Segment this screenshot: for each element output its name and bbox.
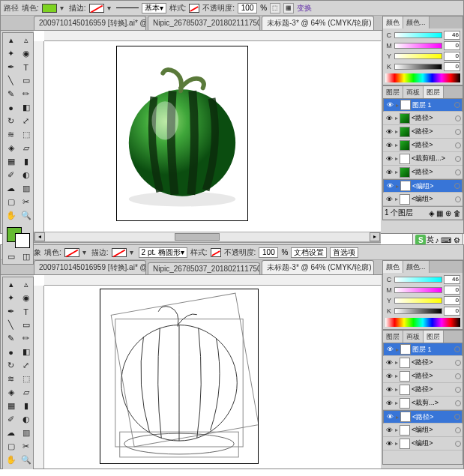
expand-icon[interactable]: ▸: [395, 386, 398, 393]
layer-row[interactable]: 👁▸<裁剪组...>: [383, 152, 463, 166]
artboard[interactable]: [116, 46, 248, 221]
visibility-icon[interactable]: 👁: [385, 127, 394, 136]
layer-row[interactable]: 👁▸<路径>: [383, 370, 463, 383]
layer-name[interactable]: <编组>: [412, 194, 454, 204]
panel-tab[interactable]: 颜色: [383, 261, 403, 273]
scale-tool[interactable]: ⤢: [19, 115, 33, 127]
line-tool[interactable]: ╲: [4, 74, 18, 87]
perspective-tool[interactable]: ▱: [19, 386, 33, 399]
layer-row[interactable]: 👁▸<裁剪...>: [383, 397, 463, 410]
stroke-swatch[interactable]: [89, 4, 104, 13]
panel-tab-color[interactable]: 颜色: [383, 16, 403, 28]
fill-swatch[interactable]: [64, 248, 79, 257]
color-picker[interactable]: [4, 224, 33, 250]
expand-icon[interactable]: ▸: [395, 427, 398, 433]
eraser-tool[interactable]: ◧: [19, 101, 33, 114]
k-slider[interactable]: [394, 308, 442, 314]
doc-tab[interactable]: 2009710145016959 [转换].ai* @ 141.06% (RGB…: [34, 16, 146, 30]
brush-tool[interactable]: ✎: [4, 332, 18, 345]
panel-tab[interactable]: 画板: [403, 331, 424, 343]
panel-tab[interactable]: 图层: [383, 331, 403, 343]
visibility-icon[interactable]: 👁: [385, 100, 394, 109]
expand-icon[interactable]: ▸: [396, 102, 399, 109]
panel-tab[interactable]: 图层: [424, 331, 444, 343]
brush-select[interactable]: 基本 ▾: [142, 3, 166, 13]
layer-name[interactable]: <裁剪...>: [412, 398, 454, 408]
ruler-vertical[interactable]: [34, 41, 44, 232]
panel-tab[interactable]: 图层: [383, 86, 403, 98]
layer-name[interactable]: <裁剪组...>: [412, 154, 454, 163]
background-color[interactable]: [15, 233, 30, 248]
layer-name[interactable]: <编组>: [412, 439, 454, 448]
zoom-tool[interactable]: 🔍: [19, 209, 33, 222]
stroke-weight[interactable]: 2 pt. 椭圆形 ▾: [139, 247, 187, 258]
eyedropper-tool[interactable]: ✐: [4, 169, 18, 181]
expand-icon[interactable]: ▸: [395, 142, 398, 148]
m-slider[interactable]: [394, 287, 442, 293]
hand-tool[interactable]: ✋: [4, 209, 18, 222]
blob-tool[interactable]: ●: [4, 346, 18, 358]
layer-row[interactable]: 👁▸图层 1: [383, 98, 463, 112]
y-value[interactable]: 0: [444, 52, 460, 61]
canvas[interactable]: [34, 31, 381, 232]
shape-builder-tool[interactable]: ◈: [4, 142, 18, 154]
c-slider[interactable]: [394, 32, 442, 38]
pencil-tool[interactable]: ✏: [19, 88, 33, 100]
visibility-icon[interactable]: 👁: [385, 114, 394, 123]
fill-swatch[interactable]: [42, 4, 57, 13]
doc-tab-active[interactable]: 未标题-3* @ 64% (CMYK/轮廓)×: [262, 260, 374, 274]
spectrum-picker[interactable]: [385, 318, 460, 327]
layer-name[interactable]: <编组>: [412, 181, 453, 191]
visibility-icon[interactable]: 👁: [385, 181, 394, 190]
layer-row[interactable]: 👁▸<路径>: [383, 383, 463, 397]
doc-tab[interactable]: Nipic_26785037_20180211175057703037.ai* …: [148, 16, 260, 30]
expand-icon[interactable]: ▸: [396, 183, 399, 190]
scroll-right-icon[interactable]: ▸: [370, 232, 380, 241]
opacity-input[interactable]: 100: [238, 3, 257, 13]
expand-icon[interactable]: ▸: [395, 373, 398, 379]
scrollbar-horizontal[interactable]: ◂ ▸: [34, 232, 381, 242]
visibility-icon[interactable]: 👁: [385, 439, 394, 448]
doc-tab[interactable]: 2009710145016959 [转换].ai* @ 141.06% (...…: [34, 260, 146, 274]
spectrum-picker[interactable]: [385, 73, 460, 82]
layer-row[interactable]: 👁▸<路径>: [383, 125, 463, 139]
layer-row[interactable]: 👁▸<编组>: [383, 193, 463, 206]
docsetup-button[interactable]: 文档设置: [291, 247, 327, 258]
layer-row[interactable]: 👁▸<路径>: [383, 410, 463, 424]
layer-row[interactable]: 👁▸<编组>: [383, 437, 463, 451]
layer-name[interactable]: <路径>: [412, 167, 454, 177]
m-value[interactable]: 0: [444, 41, 460, 50]
free-transform-tool[interactable]: ⬚: [19, 128, 33, 141]
gradient-tool[interactable]: ▮: [19, 400, 33, 412]
prefs-button[interactable]: 首选项: [330, 247, 358, 258]
zoom-tool[interactable]: 🔍: [19, 454, 33, 466]
direct-select-tool[interactable]: ▵: [19, 278, 33, 291]
target-icon[interactable]: [455, 441, 461, 447]
layer-row[interactable]: 👁▸<编组>: [383, 424, 463, 437]
opacity-input[interactable]: 100: [259, 247, 278, 258]
shape-builder-tool[interactable]: ◈: [4, 386, 18, 399]
layer-row[interactable]: 👁▸<路径>: [383, 166, 463, 179]
doc-tab-active[interactable]: 未标题-3* @ 64% (CMYK/轮廓)×: [262, 16, 374, 30]
y-slider[interactable]: [394, 298, 442, 304]
m-slider[interactable]: [394, 43, 442, 49]
expand-icon[interactable]: ▸: [395, 400, 398, 406]
visibility-icon[interactable]: 👁: [385, 358, 394, 367]
artboard-tool[interactable]: ▢: [4, 440, 18, 453]
layer-name[interactable]: <路径>: [412, 358, 454, 367]
hand-tool[interactable]: ✋: [4, 454, 18, 466]
symbol-tool[interactable]: ☁: [4, 182, 18, 195]
doc-tab[interactable]: Nipic_26785037_20180211175057703037.ai* …: [148, 262, 260, 274]
draw-mode-tool[interactable]: ◫: [19, 250, 33, 263]
layer-row[interactable]: 👁▸<路径>: [383, 139, 463, 152]
mesh-tool[interactable]: ▦: [4, 400, 18, 412]
lasso-tool[interactable]: ◉: [19, 292, 33, 304]
rect-tool[interactable]: ▭: [19, 319, 33, 331]
layer-name[interactable]: <路径>: [412, 412, 453, 422]
align-icon[interactable]: ▦: [283, 3, 294, 13]
artboard-tool[interactable]: ▢: [4, 196, 18, 208]
link-icon[interactable]: ⬚: [270, 3, 280, 13]
visibility-icon[interactable]: 👁: [385, 412, 394, 421]
width-tool[interactable]: ≋: [4, 373, 18, 385]
target-icon[interactable]: [455, 373, 461, 379]
